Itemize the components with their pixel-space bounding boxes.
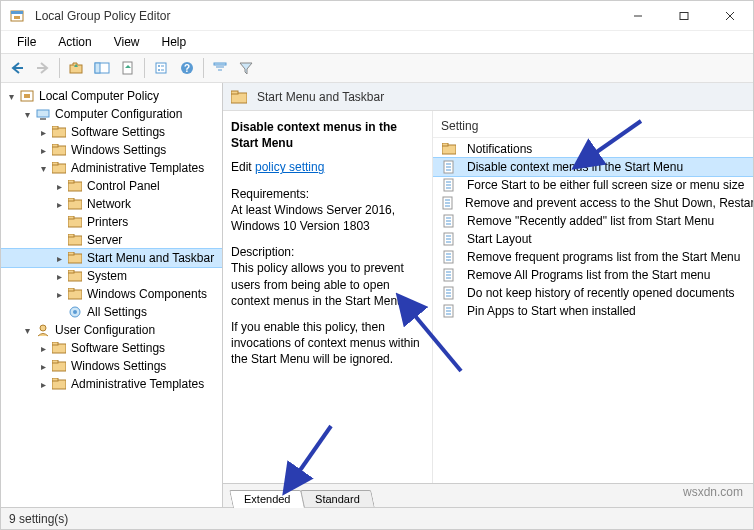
svg-rect-55: [52, 378, 58, 381]
show-hide-tree-button[interactable]: [90, 56, 114, 80]
setting-list[interactable]: Setting NotificationsDisable context men…: [433, 111, 753, 483]
tab-strip: Extended Standard: [223, 483, 753, 507]
list-item[interactable]: Do not keep history of recently opened d…: [433, 284, 753, 302]
back-button[interactable]: [5, 56, 29, 80]
list-item[interactable]: Remove All Programs list from the Start …: [433, 266, 753, 284]
folder-icon: [67, 287, 83, 301]
tree-label: Software Settings: [71, 341, 165, 355]
tree-item[interactable]: ▸ Server: [1, 231, 222, 249]
menu-help[interactable]: Help: [152, 33, 197, 51]
expander-icon[interactable]: ▸: [35, 343, 51, 354]
window-title: Local Group Policy Editor: [29, 9, 615, 23]
expander-icon[interactable]: ▸: [51, 271, 67, 282]
menubar: File Action View Help: [1, 31, 753, 53]
tree-panel[interactable]: ▾ Local Computer Policy ▾ Computer Confi…: [1, 83, 223, 507]
export-list-button[interactable]: [116, 56, 140, 80]
tab-standard[interactable]: Standard: [301, 490, 375, 507]
tree-computer-config[interactable]: ▾ Computer Configuration: [1, 105, 222, 123]
menu-view[interactable]: View: [104, 33, 150, 51]
forward-button[interactable]: [31, 56, 55, 80]
tree-label: User Configuration: [55, 323, 155, 337]
folder-icon: [51, 341, 67, 355]
folder-icon: [51, 161, 67, 175]
tree-item[interactable]: ▸ System: [1, 267, 222, 285]
policy-setting-icon: [441, 286, 457, 300]
expander-icon[interactable]: ▾: [19, 325, 35, 336]
expander-icon[interactable]: ▸: [35, 145, 51, 156]
folder-icon: [441, 142, 457, 156]
svg-rect-57: [231, 91, 238, 94]
list-item[interactable]: Pin Apps to Start when installed: [433, 302, 753, 320]
list-item[interactable]: Remove "Recently added" list from Start …: [433, 212, 753, 230]
policy-setting-icon: [441, 178, 457, 192]
tree-user-config[interactable]: ▾ User Configuration: [1, 321, 222, 339]
help-button[interactable]: ?: [175, 56, 199, 80]
tree-label: All Settings: [87, 305, 147, 319]
menu-action[interactable]: Action: [48, 33, 101, 51]
list-item[interactable]: Remove and prevent access to the Shut Do…: [433, 194, 753, 212]
edit-policy-link[interactable]: policy setting: [255, 160, 324, 174]
tree-item[interactable]: ▸ Network: [1, 195, 222, 213]
expander-icon[interactable]: ▾: [19, 109, 35, 120]
folder-icon: [67, 269, 83, 283]
description-text: This policy allows you to prevent users …: [231, 260, 422, 309]
tree-label: Printers: [87, 215, 128, 229]
up-button[interactable]: [64, 56, 88, 80]
list-item[interactable]: Start Layout: [433, 230, 753, 248]
tree-item[interactable]: ▸ Software Settings: [1, 123, 222, 141]
tree-label: Start Menu and Taskbar: [87, 251, 214, 265]
tree-root[interactable]: ▾ Local Computer Policy: [1, 87, 222, 105]
tab-extended[interactable]: Extended: [229, 490, 305, 508]
content-header: Start Menu and Taskbar: [223, 83, 753, 111]
expander-icon[interactable]: ▸: [51, 253, 67, 264]
description-heading: Description:: [231, 244, 422, 260]
tree-item[interactable]: ▸ Windows Settings: [1, 141, 222, 159]
expander-icon[interactable]: ▸: [35, 127, 51, 138]
tree-item[interactable]: ▸ Windows Settings: [1, 357, 222, 375]
close-button[interactable]: [707, 1, 753, 31]
expander-icon[interactable]: ▸: [51, 289, 67, 300]
list-item[interactable]: Remove frequent programs list from the S…: [433, 248, 753, 266]
policy-setting-icon: [441, 232, 457, 246]
menu-file[interactable]: File: [7, 33, 46, 51]
expander-icon[interactable]: ▸: [51, 199, 67, 210]
expander-icon[interactable]: ▸: [51, 181, 67, 192]
tree-start-menu-taskbar[interactable]: ▸ Start Menu and Taskbar: [1, 249, 222, 267]
filter-button[interactable]: [208, 56, 232, 80]
folder-icon: [67, 215, 83, 229]
edit-label: Edit: [231, 160, 255, 174]
tree-item[interactable]: ▸ All Settings: [1, 303, 222, 321]
tree-item[interactable]: ▸ Control Panel: [1, 177, 222, 195]
svg-point-49: [40, 325, 46, 331]
list-item-label: Pin Apps to Start when installed: [467, 304, 636, 318]
expander-icon[interactable]: ▾: [3, 91, 19, 102]
list-item-label: Remove and prevent access to the Shut Do…: [465, 196, 753, 210]
column-header-setting[interactable]: Setting: [433, 115, 753, 138]
list-item[interactable]: Notifications: [433, 140, 753, 158]
tree-admin-templates[interactable]: ▾ Administrative Templates: [1, 159, 222, 177]
list-item-label: Disable context menus in the Start Menu: [467, 160, 683, 174]
svg-rect-20: [214, 63, 226, 65]
svg-rect-25: [37, 110, 49, 117]
tree-item[interactable]: ▸ Administrative Templates: [1, 375, 222, 393]
maximize-button[interactable]: [661, 1, 707, 31]
policy-setting-icon: [441, 304, 457, 318]
expander-icon[interactable]: ▸: [35, 379, 51, 390]
tree-item[interactable]: ▸ Windows Components: [1, 285, 222, 303]
minimize-button[interactable]: [615, 1, 661, 31]
expander-icon[interactable]: ▸: [35, 361, 51, 372]
svg-rect-34: [68, 180, 74, 183]
expander-icon[interactable]: ▾: [35, 163, 51, 174]
list-item[interactable]: Disable context menus in the Start Menu: [433, 158, 753, 176]
tree-item[interactable]: ▸ Software Settings: [1, 339, 222, 357]
list-item[interactable]: Force Start to be either full screen siz…: [433, 176, 753, 194]
properties-button[interactable]: [149, 56, 173, 80]
tree-label: Control Panel: [87, 179, 160, 193]
tree-item[interactable]: ▸ Printers: [1, 213, 222, 231]
funnel-button[interactable]: [234, 56, 258, 80]
folder-icon: [67, 251, 83, 265]
tree-label: Computer Configuration: [55, 107, 182, 121]
tree-label: Server: [87, 233, 122, 247]
svg-rect-46: [68, 288, 74, 291]
status-bar: 9 setting(s): [1, 507, 753, 529]
